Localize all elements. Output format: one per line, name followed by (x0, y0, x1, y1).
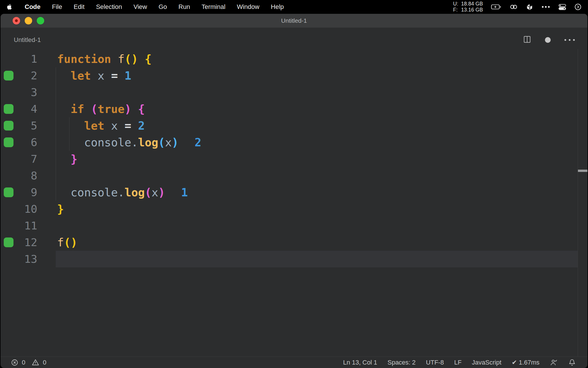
code-line-content[interactable]: let x = 1 (56, 67, 578, 84)
code-line[interactable]: 4 if (true) { (1, 101, 587, 117)
code-line[interactable]: 13 (1, 251, 587, 267)
menu-item-file[interactable]: File (52, 3, 62, 11)
line-number[interactable]: 4 (17, 103, 37, 115)
code-line-content[interactable] (56, 167, 578, 184)
menu-item-code[interactable]: Code (25, 3, 40, 11)
code-text: } (56, 203, 64, 216)
code-line[interactable]: 9 console.log(x)1 (1, 184, 587, 201)
code-line-content[interactable]: console.log(x)2 (56, 134, 578, 151)
more-actions-icon[interactable] (564, 39, 575, 41)
code-line[interactable]: 8 (1, 167, 587, 184)
code-line[interactable]: 5 let x = 2 (1, 117, 587, 134)
code-token: ) (158, 186, 165, 199)
code-line[interactable]: 2 let x = 1 (1, 67, 587, 84)
code-line-content[interactable]: if (true) { (56, 101, 578, 117)
code-line-content[interactable]: function f() { (56, 51, 578, 67)
code-line[interactable]: 6 console.log(x)2 (1, 134, 587, 151)
menu-item-help[interactable]: Help (271, 3, 284, 11)
bell-icon[interactable] (568, 359, 576, 366)
line-number[interactable]: 9 (17, 186, 37, 199)
line-number[interactable]: 6 (17, 136, 37, 149)
line-number[interactable]: 3 (17, 86, 37, 99)
memory-label: F: (453, 7, 458, 13)
line-number[interactable]: 1 (17, 53, 37, 65)
code-token (111, 53, 118, 66)
code-line[interactable]: 10} (1, 201, 587, 217)
apple-logo-icon[interactable] (6, 3, 13, 11)
code-token: x (152, 186, 158, 199)
code-line-content[interactable]: let x = 2 (56, 117, 578, 134)
code-token (84, 103, 91, 116)
code-token: { (138, 103, 145, 116)
code-token (118, 69, 124, 82)
code-line-content[interactable]: console.log(x)1 (56, 184, 578, 201)
overview-ruler-scrollbar[interactable] (578, 49, 587, 356)
indent-guide (56, 67, 56, 84)
status-item-javascript[interactable]: JavaScript (472, 359, 502, 366)
indent-guide (56, 117, 56, 134)
coverage-marker-icon (4, 104, 13, 114)
modified-dot-icon[interactable] (545, 37, 551, 43)
indent-guide (56, 151, 56, 167)
menu-item-terminal[interactable]: Terminal (202, 3, 225, 11)
warnings-icon[interactable] (32, 359, 39, 366)
code-line-content[interactable]: } (56, 151, 578, 167)
code-token: let (71, 69, 91, 82)
status-item-lf[interactable]: LF (454, 359, 462, 366)
code-line[interactable]: 12f() (1, 234, 587, 251)
window-titlebar[interactable]: Untitled-1 (1, 14, 587, 28)
code-line[interactable]: 1function f() { (1, 51, 587, 67)
code-line-content[interactable] (56, 84, 578, 101)
feedback-icon[interactable] (550, 359, 558, 367)
status-item-1-67ms[interactable]: ✔ 1.67ms (512, 359, 539, 366)
status-item-ln-13-col-1[interactable]: Ln 13, Col 1 (343, 359, 377, 366)
menu-item-run[interactable]: Run (179, 3, 190, 11)
clock-menu-icon[interactable] (574, 3, 582, 11)
cube-app-icon[interactable] (526, 3, 533, 11)
code-token (57, 153, 71, 166)
code-token (131, 119, 138, 132)
line-number[interactable]: 7 (17, 153, 37, 165)
line-number[interactable]: 2 (17, 69, 37, 82)
code-line-content[interactable]: f() (56, 234, 578, 251)
line-number[interactable]: 12 (17, 236, 37, 249)
errors-count[interactable]: 0 (22, 359, 25, 366)
menu-item-edit[interactable]: Edit (74, 3, 84, 11)
menu-items: CodeFileEditSelectionViewGoRunTerminalWi… (25, 3, 284, 11)
code-line[interactable]: 7 } (1, 151, 587, 167)
menu-item-go[interactable]: Go (158, 3, 167, 11)
code-line[interactable]: 3 (1, 84, 587, 101)
line-number[interactable]: 5 (17, 119, 37, 132)
menu-item-window[interactable]: Window (237, 3, 259, 11)
code-token: ( (145, 186, 151, 199)
link-icon[interactable] (509, 3, 518, 11)
menu-item-selection[interactable]: Selection (96, 3, 122, 11)
control-center-icon[interactable] (558, 3, 566, 11)
memory-label: U: (453, 1, 458, 7)
tab-untitled-1[interactable]: Untitled-1 (14, 36, 41, 44)
errors-icon[interactable] (11, 359, 18, 366)
line-number[interactable]: 8 (17, 169, 37, 182)
code-line-content[interactable]: } (56, 201, 578, 217)
line-number[interactable]: 13 (17, 253, 37, 265)
split-editor-icon[interactable] (523, 35, 531, 45)
code-editor[interactable]: 1function f() {2 let x = 134 if (true) {… (1, 49, 587, 356)
battery-charging-icon[interactable] (491, 3, 501, 11)
warnings-count[interactable]: 0 (43, 359, 46, 366)
code-line[interactable]: 11 (1, 217, 587, 234)
ellipsis-icon[interactable] (541, 3, 550, 11)
code-token: = (125, 119, 131, 132)
code-line-content[interactable] (56, 217, 578, 234)
status-item-utf-8[interactable]: UTF-8 (426, 359, 444, 366)
line-number[interactable]: 11 (17, 219, 37, 232)
editor-tab-bar: Untitled-1 (1, 28, 587, 49)
status-item-spaces-2[interactable]: Spaces: 2 (388, 359, 416, 366)
code-token (104, 119, 111, 132)
gutter-margin (1, 71, 17, 80)
code-token: x (165, 136, 172, 149)
gutter-margin (1, 237, 17, 247)
line-number[interactable]: 10 (17, 203, 37, 215)
code-line-content[interactable] (56, 251, 578, 267)
indent-guide (56, 134, 56, 151)
menu-item-view[interactable]: View (134, 3, 147, 11)
